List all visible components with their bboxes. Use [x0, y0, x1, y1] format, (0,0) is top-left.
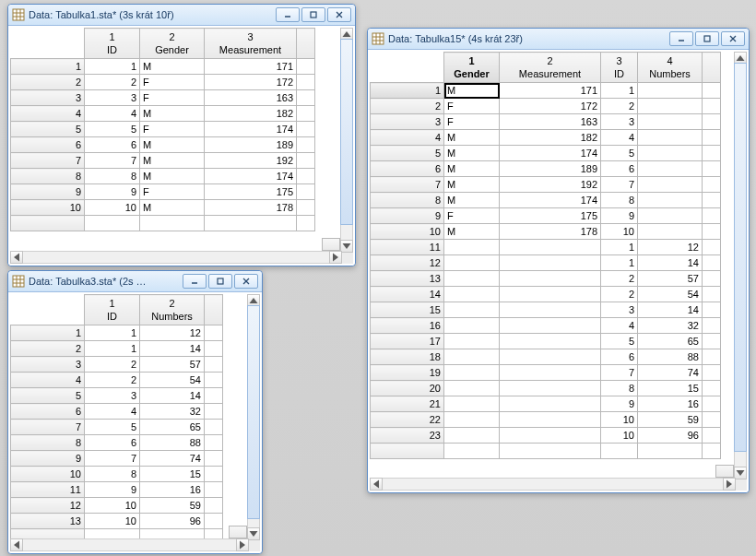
cell[interactable]: 174: [500, 146, 601, 161]
cell[interactable]: 1: [85, 59, 140, 75]
scroll-down-icon[interactable]: [340, 240, 353, 253]
cell[interactable]: [444, 381, 500, 396]
cell[interactable]: 1: [601, 83, 638, 99]
row-header[interactable]: 4: [11, 106, 85, 122]
row-header[interactable]: 2: [11, 341, 85, 357]
scroll-thumb[interactable]: [734, 63, 747, 452]
horizontal-scrollbar[interactable]: [10, 251, 342, 264]
cell[interactable]: 5: [601, 146, 638, 161]
row-header[interactable]: 8: [11, 435, 85, 451]
vertical-scrollbar[interactable]: [340, 28, 353, 253]
cell[interactable]: [140, 216, 205, 231]
row-header[interactable]: 7: [371, 177, 444, 193]
cell[interactable]: [638, 161, 703, 177]
row-header[interactable]: 3: [11, 357, 85, 373]
column-header[interactable]: 2Measurement: [500, 53, 601, 83]
cell[interactable]: 172: [205, 75, 297, 90]
row-header[interactable]: 19: [371, 365, 444, 381]
row-header[interactable]: 8: [11, 169, 85, 184]
row-header[interactable]: 9: [11, 184, 85, 200]
cell[interactable]: 16: [638, 396, 703, 412]
column-header[interactable]: 2Gender: [140, 29, 205, 59]
row-header[interactable]: 1: [11, 325, 85, 341]
row-header[interactable]: [371, 444, 444, 459]
cell[interactable]: [500, 334, 601, 349]
cell[interactable]: 7: [601, 177, 638, 193]
row-header[interactable]: 5: [11, 122, 85, 137]
cell[interactable]: 10: [85, 498, 140, 514]
scroll-left-icon[interactable]: [10, 251, 23, 264]
cell[interactable]: 3: [85, 90, 140, 106]
vertical-scrollbar[interactable]: [734, 52, 747, 479]
minimize-button[interactable]: [183, 274, 207, 289]
cell[interactable]: 2: [601, 99, 638, 114]
row-header[interactable]: 23: [371, 428, 444, 444]
cell[interactable]: [205, 216, 297, 231]
cell[interactable]: 74: [140, 451, 205, 467]
cell[interactable]: M: [444, 224, 500, 240]
cell[interactable]: 88: [638, 349, 703, 365]
cell[interactable]: [638, 177, 703, 193]
cell[interactable]: 3: [601, 114, 638, 130]
cell[interactable]: [638, 208, 703, 224]
cell[interactable]: 8: [85, 169, 140, 184]
cell[interactable]: M: [140, 137, 205, 153]
cell[interactable]: 7: [85, 451, 140, 467]
row-header[interactable]: 3: [11, 90, 85, 106]
cell[interactable]: 4: [601, 318, 638, 334]
cell[interactable]: 4: [85, 404, 140, 420]
column-header[interactable]: 2Numbers: [140, 295, 205, 325]
cell[interactable]: 174: [500, 193, 601, 208]
row-header[interactable]: 11: [371, 240, 444, 255]
cell[interactable]: 163: [205, 90, 297, 106]
cell[interactable]: 6: [601, 161, 638, 177]
row-header[interactable]: 9: [11, 451, 85, 467]
cell[interactable]: 74: [638, 365, 703, 381]
cell[interactable]: 10: [601, 428, 638, 444]
cell[interactable]: 2: [85, 373, 140, 388]
cell[interactable]: 3: [85, 388, 140, 404]
cell[interactable]: 88: [140, 435, 205, 451]
row-header[interactable]: 17: [371, 334, 444, 349]
row-header[interactable]: 5: [11, 388, 85, 404]
cell[interactable]: 12: [140, 325, 205, 341]
cell[interactable]: 5: [601, 334, 638, 349]
close-button[interactable]: [327, 7, 351, 22]
cell[interactable]: [444, 365, 500, 381]
cell[interactable]: 14: [638, 302, 703, 318]
cell[interactable]: [444, 271, 500, 287]
cell[interactable]: 189: [500, 161, 601, 177]
cell[interactable]: 192: [500, 177, 601, 193]
cell[interactable]: [500, 302, 601, 318]
scroll-left-icon[interactable]: [370, 478, 383, 491]
cell[interactable]: 59: [140, 498, 205, 514]
cell[interactable]: [638, 146, 703, 161]
cell[interactable]: [444, 287, 500, 302]
cell[interactable]: F: [444, 208, 500, 224]
row-header[interactable]: 13: [371, 271, 444, 287]
grid-corner[interactable]: [715, 465, 734, 478]
row-header[interactable]: 12: [371, 255, 444, 271]
cell[interactable]: 4: [85, 106, 140, 122]
grid-corner[interactable]: [229, 526, 247, 538]
cell[interactable]: 1: [85, 341, 140, 357]
close-button[interactable]: [721, 31, 745, 46]
cell[interactable]: 2: [601, 271, 638, 287]
row-header[interactable]: 5: [371, 146, 444, 161]
cell[interactable]: 9: [601, 208, 638, 224]
cell[interactable]: 171: [205, 59, 297, 75]
cell[interactable]: 2: [85, 357, 140, 373]
cell[interactable]: 192: [205, 153, 297, 169]
cell[interactable]: F: [140, 90, 205, 106]
cell[interactable]: F: [140, 122, 205, 137]
cell[interactable]: 171: [500, 83, 601, 99]
close-button[interactable]: [234, 274, 258, 289]
cell[interactable]: 175: [500, 208, 601, 224]
scroll-left-icon[interactable]: [10, 538, 23, 551]
cell[interactable]: M: [140, 169, 205, 184]
cell[interactable]: 3: [601, 302, 638, 318]
cell[interactable]: [638, 193, 703, 208]
cell[interactable]: 6: [601, 349, 638, 365]
column-header[interactable]: 4Numbers: [638, 53, 703, 83]
titlebar[interactable]: Data: Tabulka15* (4s krát 23ř): [368, 29, 749, 50]
